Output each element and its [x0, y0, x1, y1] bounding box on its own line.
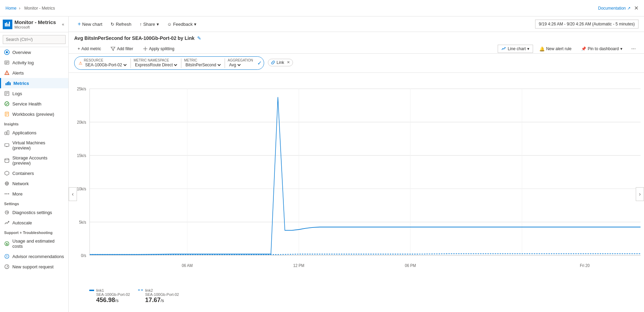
sidebar-collapse-button[interactable]: « [60, 21, 66, 28]
sidebar-item-activity-log[interactable]: Activity log [0, 57, 68, 68]
svg-rect-26 [7, 131, 9, 135]
link-tag[interactable]: Link ✕ [268, 59, 293, 66]
sidebar-item-containers[interactable]: Containers [0, 168, 68, 178]
chart-controls-row: + Add metric Add filter Apply splitting … [74, 44, 639, 53]
sidebar-item-advisor-label: Advisor recommendations [12, 254, 64, 259]
sidebar-item-logs[interactable]: Logs [0, 88, 68, 99]
aggregation-select[interactable]: Avg [228, 62, 242, 68]
svg-rect-13 [7, 82, 8, 85]
sidebar-item-alerts[interactable]: Alerts [0, 68, 68, 78]
new-alert-rule-button[interactable]: 🔔 New alert rule [536, 45, 575, 53]
documentation-link[interactable]: Documentation ↗ [598, 6, 631, 11]
sidebar-item-overview-label: Overview [12, 50, 31, 55]
insights-section-label: Insights [0, 119, 68, 127]
sidebar-item-service-health[interactable]: Service Health [0, 99, 68, 109]
pin-icon: 📌 [581, 46, 586, 51]
sidebar-item-network[interactable]: Network [0, 178, 68, 189]
sidebar-item-support[interactable]: New support request [0, 261, 68, 272]
chart-nav-right-button[interactable]: › [636, 187, 644, 201]
sidebar-item-metrics[interactable]: Metrics [0, 78, 68, 88]
share-chevron-icon: ▾ [157, 22, 159, 27]
legend-link2-unit: /s [160, 298, 164, 303]
sidebar-search-area [0, 32, 68, 47]
svg-text:20k/s: 20k/s [77, 120, 86, 125]
breadcrumb-area: Home › Monitor - Metrics [5, 6, 56, 11]
sidebar-item-autoscale[interactable]: Autoscale [0, 218, 68, 228]
svg-point-35 [5, 193, 6, 194]
network-icon [4, 181, 10, 186]
refresh-button[interactable]: ↻ Refresh [107, 20, 135, 29]
sidebar-item-diagnostics[interactable]: Diagnostics settings [0, 207, 68, 218]
svg-text:06 AM: 06 AM [182, 263, 193, 268]
sidebar-item-usage-costs[interactable]: $ Usage and estimated costs [0, 236, 68, 251]
containers-icon [4, 170, 10, 176]
resource-select[interactable]: SEA-100Gb-Port-02 [84, 62, 128, 68]
legend-item-link2: link2 SEA-100Gb-Port-02 17.67 /s [138, 288, 179, 304]
sidebar-item-network-label: Network [12, 181, 29, 186]
edit-title-icon[interactable]: ✎ [197, 35, 201, 41]
sidebar-item-storage[interactable]: Storage Accounts (preview) [0, 153, 68, 168]
resource-section: ⚠ RESOURCE SEA-100Gb-Port-02 [77, 58, 130, 68]
search-input[interactable] [3, 35, 66, 44]
sidebar-item-overview[interactable]: Overview [0, 47, 68, 57]
more-insights-icon [4, 191, 10, 197]
metric-label: METRIC [184, 58, 222, 62]
filter-icon [111, 46, 115, 51]
advisor-icon [4, 254, 10, 259]
chart-type-button[interactable]: Line chart ▾ [498, 45, 533, 53]
sidebar-item-advisor[interactable]: Advisor recommendations [0, 251, 68, 261]
svg-text:5k/s: 5k/s [79, 220, 86, 225]
svg-point-11 [7, 74, 7, 75]
share-button[interactable]: ↑ Share ▾ [136, 20, 162, 29]
metric-select[interactable]: BitsInPerSecond [184, 62, 222, 68]
topbar-right: Documentation ↗ ✕ [598, 5, 639, 11]
svg-rect-27 [5, 144, 9, 146]
svg-rect-1 [6, 22, 7, 26]
add-metric-button[interactable]: + Add metric [74, 45, 104, 53]
sidebar-item-vms[interactable]: Virtual Machines (preview) [0, 138, 68, 153]
sidebar-item-applications[interactable]: Applications [0, 127, 68, 138]
diagnostics-icon [4, 210, 10, 215]
metric-namespace-select[interactable]: ExpressRoute Direct... [134, 62, 178, 68]
pin-to-dashboard-button[interactable]: 📌 Pin to dashboard ▾ [578, 45, 626, 53]
more-options-button[interactable]: ··· [629, 44, 639, 53]
date-range-button[interactable]: 9/19 4:26 AM - 9/20 4:26 AM (Automatic -… [535, 20, 639, 29]
line-chart-icon [501, 46, 506, 51]
applications-icon [4, 130, 10, 135]
feedback-chevron-icon: ▾ [194, 22, 196, 27]
close-button[interactable]: ✕ [634, 5, 639, 11]
sidebar-item-more[interactable]: More [0, 189, 68, 199]
support-section-label: Support + Troubleshooting [0, 228, 68, 236]
storage-icon [4, 158, 10, 163]
link-tag-label: Link [276, 60, 284, 65]
chart-area: ‹ › 25k/s 20k/s 15k/s 10k/s 5k/s [69, 73, 644, 312]
app-title: Monitor - Metrics [14, 19, 56, 25]
svg-point-5 [6, 51, 8, 53]
legend-color-dashed [138, 290, 143, 291]
toolbar: + New chart ↻ Refresh ↑ Share ▾ ☺ Feedba… [69, 16, 644, 32]
namespace-section: METRIC NAMESPACE ExpressRoute Direct... [132, 58, 180, 68]
metric-section: METRIC BitsInPerSecond [182, 58, 224, 68]
sidebar-item-logs-label: Logs [12, 91, 22, 96]
legend-item-link1-header: link1 [89, 288, 130, 292]
external-link-icon: ↗ [627, 6, 631, 11]
new-chart-button[interactable]: + New chart [74, 19, 106, 29]
chart-nav-left-button[interactable]: ‹ [69, 187, 77, 201]
link-tag-remove-button[interactable]: ✕ [287, 60, 290, 65]
metric-check-icon[interactable]: ✓ [257, 60, 262, 66]
app-title-block: Monitor - Metrics Microsoft [14, 19, 56, 29]
svg-text:$: $ [6, 242, 8, 246]
svg-rect-15 [10, 82, 11, 85]
svg-rect-25 [5, 132, 7, 135]
feedback-button[interactable]: ☺ Feedback ▾ [164, 20, 200, 29]
svg-rect-2 [8, 24, 9, 26]
legend-color-solid [89, 290, 94, 291]
breadcrumb-home[interactable]: Home [5, 6, 16, 11]
refresh-icon: ↻ [111, 22, 114, 27]
add-filter-button[interactable]: Add filter [107, 45, 136, 53]
sidebar-item-usage-costs-label: Usage and estimated costs [12, 238, 64, 249]
metrics-icon [5, 80, 11, 86]
legend-link2-sublabel: SEA-100Gb-Port-02 [145, 292, 179, 297]
sidebar-item-workbooks[interactable]: Workbooks (preview) [0, 109, 68, 119]
apply-splitting-button[interactable]: Apply splitting [139, 45, 178, 53]
